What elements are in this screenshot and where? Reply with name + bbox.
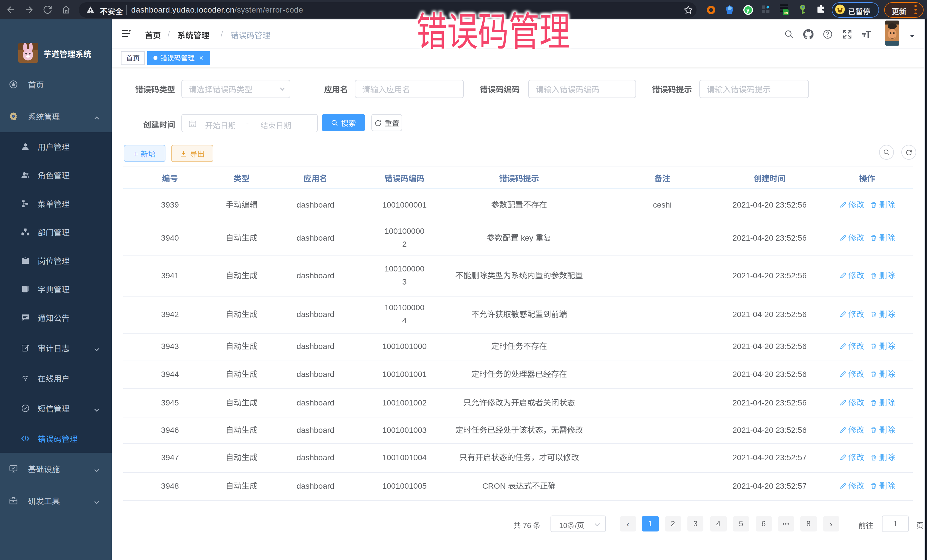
svg-text:on: on [784, 11, 788, 15]
